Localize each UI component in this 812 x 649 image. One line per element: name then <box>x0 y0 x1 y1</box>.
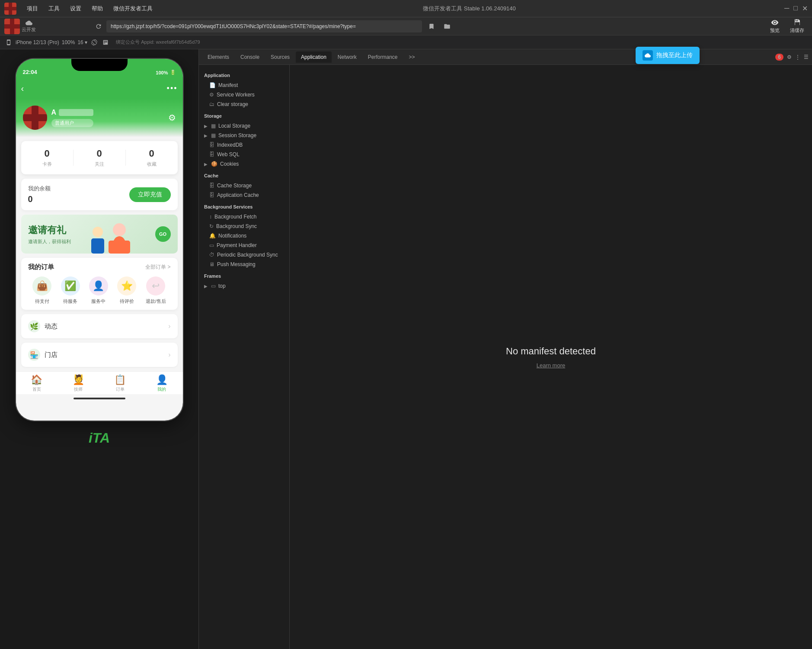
url-input[interactable] <box>106 20 422 32</box>
orders-all-link[interactable]: 全部订单 > <box>145 263 170 271</box>
refresh-button[interactable] <box>94 22 103 31</box>
banner-go-button[interactable]: GO <box>155 226 171 242</box>
stat-follow: 0 关注 <box>74 148 125 167</box>
devtools-layout-icon[interactable]: ☰ <box>804 54 809 60</box>
svg-rect-2 <box>109 241 130 254</box>
tab-sources[interactable]: Sources <box>265 51 295 63</box>
fit-icon[interactable] <box>101 38 110 47</box>
sidebar-item-payment[interactable]: ▭ Payment Handler <box>199 241 289 250</box>
periodicbg-icon: ⏱ <box>209 252 214 258</box>
menu-project[interactable]: 项目 <box>25 4 40 13</box>
sidebar-item-bgfetch[interactable]: ↕ Background Fetch <box>199 212 289 222</box>
titlebar-title: 微信开发者工具 Stable 1.06.2409140 <box>163 5 776 13</box>
tab-console[interactable]: Console <box>235 51 265 63</box>
cachestorage-icon: 🗄 <box>209 183 214 189</box>
yunkaifa-button[interactable]: 云开发 <box>22 19 36 33</box>
sidebar-serviceworkers-label: Service Workers <box>217 92 255 98</box>
devtools-menu-icon[interactable]: ⋮ <box>795 54 800 60</box>
tab-more[interactable]: >> <box>404 51 420 63</box>
orders-header: 我的订单 全部订单 > <box>28 263 171 271</box>
titlebar-controls: ─ □ ✕ <box>784 4 808 13</box>
more-button[interactable]: ••• <box>167 84 178 93</box>
battery-text: 100% <box>156 70 168 75</box>
folder-button[interactable] <box>441 20 453 32</box>
sidebar-item-periodicbg[interactable]: ⏱ Periodic Background Sync <box>199 250 289 260</box>
settings-icon[interactable]: ⚙ <box>168 112 176 123</box>
indexeddb-icon: 🗄 <box>209 142 214 148</box>
rotate-icon[interactable] <box>90 38 99 47</box>
device-model: iPhone 12/13 (Pro) <box>16 39 59 45</box>
nav-technician[interactable]: 💆 技师 <box>58 374 99 392</box>
sidebar-item-indexeddb[interactable]: 🗄 IndexedDB <box>199 140 289 150</box>
tab-elements[interactable]: Elements <box>202 51 234 63</box>
nav-technician-icon: 💆 <box>73 374 84 386</box>
save-button[interactable]: 清缓存 <box>786 18 808 35</box>
preview-button[interactable]: 预览 <box>767 18 783 35</box>
close-button[interactable]: ✕ <box>802 4 808 13</box>
nav-home[interactable]: 🏠 首页 <box>16 374 58 392</box>
sidebar-item-bgsync[interactable]: ↻ Background Sync <box>199 222 289 231</box>
banner-figure <box>104 219 134 254</box>
sidebar-item-appcache[interactable]: 🗄 Application Cache <box>199 190 289 200</box>
menu-icon-store: 🏪 <box>28 349 40 361</box>
sidebar-item-localstorage[interactable]: ▶ ▦ Local Storage <box>199 121 289 131</box>
bookmark-button[interactable] <box>425 20 438 32</box>
menu-help[interactable]: 帮助 <box>90 4 105 13</box>
banner-subtitle: 邀请新人，获得福利 <box>28 238 71 245</box>
order-item-refund[interactable]: ↩ 退款/售后 <box>146 276 166 305</box>
balance-left: 我的余额 0 <box>28 185 51 204</box>
back-button[interactable]: ‹ <box>21 84 24 93</box>
sidebar-item-serviceworkers[interactable]: ⚙ Service Workers <box>199 90 289 100</box>
devtools-panel: Elements Console Sources Application Net… <box>199 49 812 649</box>
sidebar-item-push[interactable]: 🖥 Push Messaging <box>199 260 289 269</box>
tab-network[interactable]: Network <box>332 51 362 63</box>
menu-settings[interactable]: 设置 <box>68 4 83 13</box>
sidebar-item-manifest[interactable]: 📄 Manifest <box>199 80 289 90</box>
sidebar-item-clearstorage[interactable]: 🗂 Clear storage <box>199 100 289 109</box>
tab-performance[interactable]: Performance <box>363 51 403 63</box>
banner-section[interactable]: 邀请有礼 邀请新人，获得福利 <box>21 215 178 254</box>
sidebar-localstorage-label: Local Storage <box>218 123 250 129</box>
order-item-inservice[interactable]: 👤 服务中 <box>89 276 108 305</box>
menu-item-store[interactable]: 🏪 门店 › <box>21 343 178 367</box>
phone-home-indicator <box>16 394 183 403</box>
menu-wechat[interactable]: 微信开发者工具 <box>112 4 154 13</box>
stats-card: 0 卡券 0 关注 0 收藏 <box>21 141 178 174</box>
order-item-pay[interactable]: 👜 待支付 <box>32 276 51 305</box>
balance-title: 我的余额 <box>28 185 51 193</box>
learn-more-link[interactable]: Learn more <box>537 362 565 369</box>
tab-application[interactable]: Application <box>296 51 332 63</box>
charge-button[interactable]: 立即充值 <box>129 187 171 202</box>
sidebar-bgfetch-label: Background Fetch <box>214 214 256 220</box>
sidebar-item-cachestorage[interactable]: 🗄 Cache Storage <box>199 181 289 190</box>
sidebar-item-notifications[interactable]: 🔔 Notifications <box>199 231 289 241</box>
nav-orders-label: 订单 <box>116 386 125 392</box>
no-manifest-title: No manifest detected <box>506 346 596 357</box>
minimize-button[interactable]: ─ <box>784 4 789 13</box>
stat-collect-value: 0 <box>126 148 178 159</box>
device-version[interactable]: 16 ▾ <box>77 39 87 45</box>
menu-item-dynamic[interactable]: 🌿 动态 › <box>21 314 178 338</box>
sidebar-item-sessionstorage[interactable]: ▶ ▦ Session Storage <box>199 131 289 140</box>
nav-mine[interactable]: 👤 我的 <box>141 374 183 392</box>
titlebar-menus: 项目 工具 设置 帮助 微信开发者工具 <box>25 4 154 13</box>
watermark-area: iTA <box>89 430 110 446</box>
order-label-review: 待评价 <box>120 298 134 305</box>
menu-tools[interactable]: 工具 <box>47 4 61 13</box>
order-item-review[interactable]: ⭐ 待评价 <box>117 276 136 305</box>
drag-tooltip-label: 拖拽至此上传 <box>656 51 693 59</box>
order-icon-service: ✅ <box>61 276 80 296</box>
main-content: 22:04 100% 🔋 ‹ ••• <box>0 49 812 649</box>
sidebar-push-label: Push Messaging <box>217 261 256 267</box>
no-manifest-area: No manifest detected Learn more <box>506 346 596 369</box>
order-item-service[interactable]: ✅ 待服务 <box>61 276 80 305</box>
maximize-button[interactable]: □ <box>793 4 798 13</box>
nav-technician-label: 技师 <box>74 386 83 392</box>
devtools-settings-icon[interactable]: ⚙ <box>787 54 792 60</box>
cookies-icon: 🍪 <box>211 161 217 167</box>
sidebar-item-top[interactable]: ▶ ▭ top <box>199 281 289 291</box>
sidebar-item-cookies[interactable]: ▶ 🍪 Cookies <box>199 159 289 169</box>
user-info-row: A 普通用户 ⚙ <box>23 106 176 130</box>
nav-orders[interactable]: 📋 订单 <box>99 374 141 392</box>
sidebar-item-websql[interactable]: 🗄 Web SQL <box>199 150 289 159</box>
